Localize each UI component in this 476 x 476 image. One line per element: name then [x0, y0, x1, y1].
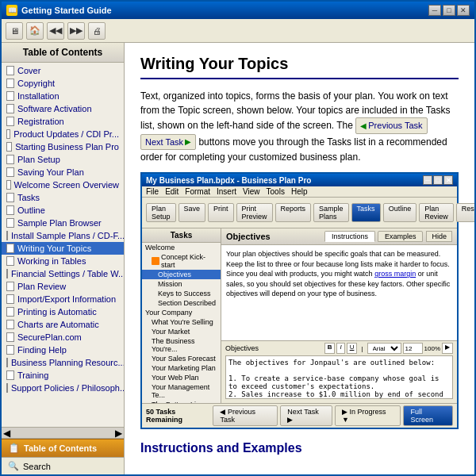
monitor-button[interactable]: 🖥	[6, 22, 23, 40]
font-select[interactable]: Arial	[367, 343, 401, 354]
prev-task-button[interactable]: ◀ Previous Task	[213, 405, 278, 426]
sidebar-item-financial[interactable]: Financial Settings / Table W...	[2, 267, 124, 280]
sidebar-item-install-sample[interactable]: Install Sample Plans / CD-F...	[2, 229, 124, 242]
sidebar-item-working[interactable]: Working in Tables	[2, 255, 124, 267]
task-item-keys[interactable]: Keys to Success	[142, 289, 221, 298]
sidebar-item-printing[interactable]: Printing is Automatic	[2, 305, 124, 318]
sidebar-item-business-planning[interactable]: Business Planning Resourc...	[2, 356, 124, 369]
btn-plan-review[interactable]: Plan Review	[419, 203, 454, 222]
task-item-welcome[interactable]: Welcome	[142, 243, 221, 252]
home-button[interactable]: 🏠	[26, 22, 44, 40]
sidebar-item-installation[interactable]: Installation	[2, 90, 124, 102]
sidebar-search-tab[interactable]: 🔍 Search	[2, 457, 124, 474]
sidebar-item-copyright[interactable]: Copyright	[2, 77, 124, 90]
print-button[interactable]: 🖨	[88, 22, 106, 40]
sidebar-item-cover[interactable]: Cover	[2, 64, 124, 77]
sidebar-item-tasks[interactable]: Tasks	[2, 191, 124, 204]
search-label: Search	[23, 462, 51, 471]
gross-margin-link[interactable]: gross margin	[374, 270, 416, 278]
hide-button[interactable]: Hide	[426, 231, 452, 242]
sidebar-toc-tab[interactable]: 📋 Table of Contents	[2, 439, 124, 457]
menu-view[interactable]: View	[243, 187, 260, 196]
font-size-input[interactable]	[403, 343, 423, 354]
task-item-market[interactable]: Your Market	[142, 327, 221, 336]
prev-button[interactable]: ◀◀	[47, 22, 64, 40]
task-item-mission[interactable]: Mission	[142, 279, 221, 289]
sidebar-item-charts[interactable]: Charts are Automatic	[2, 318, 124, 331]
sidebar-scrollbar: ◀ ▶	[2, 428, 124, 439]
close-button[interactable]: ✕	[457, 5, 470, 16]
task-item-bottom-line[interactable]: The Bottom Line	[142, 400, 221, 403]
menu-help[interactable]: Help	[291, 187, 308, 196]
menu-format[interactable]: Format	[185, 187, 210, 196]
menu-insert[interactable]: Insert	[217, 187, 236, 196]
task-tabs: Instructions Examples	[324, 231, 424, 242]
btn-resources[interactable]: Resources	[456, 203, 474, 222]
task-item-sales-forecast[interactable]: Your Sales Forecast	[142, 354, 221, 363]
tab-instructions[interactable]: Instructions	[324, 231, 375, 242]
embedded-minimize[interactable]: ─	[423, 175, 432, 185]
task-item-business[interactable]: The Business You're...	[142, 336, 221, 354]
page-icon	[6, 205, 14, 215]
in-progress-button[interactable]: ▶ In Progress ▼	[335, 405, 401, 426]
task-item-section[interactable]: Section Described	[142, 298, 221, 308]
embedded-close[interactable]: ✕	[443, 175, 453, 185]
sidebar-item-support[interactable]: Support Policies / Philosoph...	[2, 382, 124, 394]
task-item-objectives[interactable]: Objectives	[142, 270, 221, 279]
embedded-title-bar: My Business Plan.bpdx - Business Plan Pr…	[142, 174, 457, 186]
btn-tasks[interactable]: Tasks	[351, 203, 381, 222]
task-item-kickstart[interactable]: Concept Kick-start	[142, 252, 221, 270]
page-icon	[6, 358, 8, 367]
task-item-selling[interactable]: What You're Selling	[142, 317, 221, 327]
sidebar-item-welcome[interactable]: Welcome Screen Overview	[2, 178, 124, 191]
next-task-link[interactable]: Next Task ▶	[140, 134, 196, 151]
task-item-marketing-plan[interactable]: Your Marketing Plan	[142, 363, 221, 373]
btn-print[interactable]: Print	[208, 203, 234, 222]
sidebar-item-registration[interactable]: Registration	[2, 115, 124, 128]
editor-underline[interactable]: U	[347, 343, 358, 354]
page-icon	[6, 193, 14, 202]
next-task-button[interactable]: Next Task ▶	[280, 405, 332, 426]
embedded-maximize[interactable]: □	[433, 175, 443, 185]
minimize-button[interactable]: ─	[428, 5, 441, 16]
sidebar-item-import[interactable]: Import/Export Information	[2, 293, 124, 305]
page-icon	[6, 104, 14, 113]
btn-sample-plans[interactable]: Sample Plans	[313, 203, 349, 222]
title-bar: 📖 Getting Started Guide ─ □ ✕	[2, 2, 474, 19]
scroll-right-icon[interactable]: ▶	[115, 428, 122, 439]
sidebar-item-training[interactable]: Training	[2, 369, 124, 382]
tab-examples[interactable]: Examples	[378, 231, 424, 242]
task-item-company[interactable]: Your Company	[142, 308, 221, 317]
sidebar-item-saving[interactable]: Saving Your Plan	[2, 166, 124, 178]
editor-more[interactable]: ▶	[442, 343, 453, 354]
prev-task-link[interactable]: ◀ Previous Task	[355, 117, 427, 134]
btn-print-preview[interactable]: Print Preview	[236, 203, 273, 222]
sidebar-item-outline[interactable]: Outline	[2, 204, 124, 217]
btn-save[interactable]: Save	[178, 203, 206, 222]
btn-reports[interactable]: Reports	[275, 203, 312, 222]
sidebar-item-starting[interactable]: Starting Business Plan Pro	[2, 140, 124, 153]
menu-file[interactable]: File	[146, 187, 159, 196]
sidebar-item-product[interactable]: Product Updates / CDI Pr...	[2, 128, 124, 140]
editor-italic[interactable]: I	[336, 343, 344, 354]
sidebar-item-software[interactable]: Software Activation	[2, 102, 124, 115]
task-item-web-plan[interactable]: Your Web Plan	[142, 373, 221, 382]
task-item-management[interactable]: Your Management Te...	[142, 382, 221, 400]
footer-left: 50 Tasks Remaining	[146, 408, 213, 424]
btn-outline[interactable]: Outline	[383, 203, 417, 222]
menu-edit[interactable]: Edit	[165, 187, 178, 196]
menu-tools[interactable]: Tools	[267, 187, 285, 196]
sidebar-item-secure[interactable]: SecurePlan.com	[2, 331, 124, 344]
maximize-button[interactable]: □	[443, 5, 455, 16]
sidebar-item-writing-topics[interactable]: Writing Your Topics	[2, 242, 124, 255]
sidebar-item-plan-setup[interactable]: Plan Setup	[2, 153, 124, 166]
editor-textarea[interactable]: The objectives for Jonpaul's are outline…	[225, 355, 453, 399]
sidebar-item-finding[interactable]: Finding Help	[2, 344, 124, 356]
scroll-left-icon[interactable]: ◀	[3, 428, 10, 439]
full-screen-button[interactable]: Full Screen	[403, 405, 453, 426]
sidebar-item-plan-review[interactable]: Plan Review	[2, 280, 124, 293]
sidebar-item-sample-browser[interactable]: Sample Plan Browser	[2, 217, 124, 229]
editor-bold[interactable]: B	[324, 343, 336, 354]
next-button[interactable]: ▶▶	[67, 22, 85, 40]
btn-plan-setup[interactable]: Plan Setup	[146, 203, 176, 222]
